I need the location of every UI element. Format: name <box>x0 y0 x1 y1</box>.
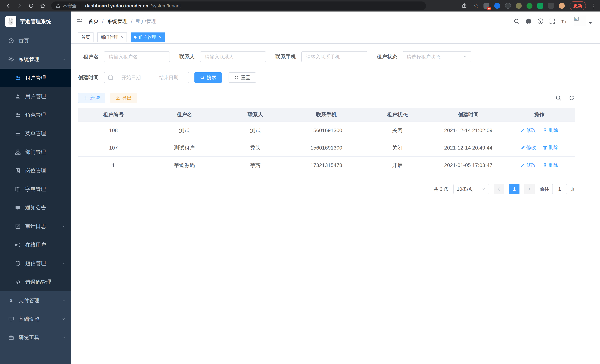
sidebar-item-dev-tools[interactable]: 研发工具 <box>0 328 71 347</box>
contact-input[interactable] <box>200 51 266 62</box>
payment-yen-icon: ¥ <box>8 298 14 303</box>
sidebar-item-menu-management[interactable]: 菜单管理 <box>0 124 71 143</box>
address-bar[interactable]: 不安全 dashboard.yudao.iocoder.cn/system/te… <box>51 1 426 10</box>
table-row: 108 测试 测试 15601691300 关闭 2021-12-14 21:0… <box>78 122 575 139</box>
url-domain: dashboard.yudao.iocoder.cn <box>85 3 148 9</box>
cell-actions: 修改 删除 <box>504 122 575 139</box>
close-icon[interactable]: × <box>121 35 123 39</box>
date-range-picker[interactable]: 开始日期 - 结束日期 <box>104 72 189 83</box>
prev-page-button[interactable] <box>494 184 504 194</box>
extension-badge: 10 <box>487 7 491 10</box>
tab-tenant-management[interactable]: 租户管理 × <box>131 32 165 42</box>
github-icon[interactable] <box>525 18 532 25</box>
col-phone: 联系手机 <box>291 108 362 122</box>
goto-page-input[interactable] <box>552 184 567 194</box>
tenant-table: 租户编号 租户名 联系人 联系手机 租户状态 创建时间 操作 108 测试 测试 <box>78 108 575 174</box>
edit-link[interactable]: 修改 <box>520 127 536 133</box>
next-page-button[interactable] <box>524 184 535 194</box>
cell-actions: 修改 删除 <box>504 139 575 157</box>
help-icon[interactable] <box>537 18 544 25</box>
app-logo <box>5 16 16 27</box>
extension-icon[interactable] <box>505 3 511 9</box>
col-contact: 联系人 <box>220 108 291 122</box>
table-row: 1 芋道源码 芋艿 17321315478 开启 2021-01-05 17:0… <box>78 157 575 174</box>
delete-link[interactable]: 删除 <box>543 162 558 168</box>
export-button[interactable]: 导出 <box>110 93 137 103</box>
extension-icon[interactable] <box>537 3 543 9</box>
tenant-name-input[interactable] <box>104 51 170 62</box>
search-icon[interactable] <box>514 18 520 25</box>
sidebar-item-dict-management[interactable]: 字典管理 <box>0 180 71 198</box>
sidebar-item-tenant-management[interactable]: 租户管理 <box>0 69 71 87</box>
close-icon[interactable]: × <box>159 35 161 39</box>
sidebar-item-online-users[interactable]: 在线用户 <box>0 236 71 254</box>
user-icon <box>15 94 21 99</box>
search-button[interactable]: 搜索 <box>194 72 222 83</box>
sidebar-item-dept-management[interactable]: 部门管理 <box>0 143 71 161</box>
breadcrumb-system[interactable]: 系统管理 <box>107 18 128 25</box>
sidebar-item-error-code-management[interactable]: 错误码管理 <box>0 273 71 291</box>
show-search-icon[interactable] <box>555 95 562 101</box>
sidebar-item-audit-log[interactable]: 审计日志 <box>0 217 71 236</box>
fullscreen-icon[interactable] <box>549 18 555 25</box>
phone-input[interactable] <box>301 51 367 62</box>
tags-view: 首页 部门管理 × 租户管理 × <box>71 31 600 44</box>
page-size-select[interactable]: 10条/页 <box>453 184 489 194</box>
cell-id: 107 <box>78 139 149 157</box>
app-logo-row[interactable]: 芋道管理系统 <box>0 11 71 32</box>
reset-button[interactable]: 重置 <box>229 72 256 83</box>
cell-name: 测试租户 <box>149 139 220 157</box>
sms-shield-icon <box>15 261 21 266</box>
sidebar-item-system-management[interactable]: 系统管理 <box>0 50 71 69</box>
sidebar-item-post-management[interactable]: 岗位管理 <box>0 161 71 180</box>
tab-home[interactable]: 首页 <box>78 32 94 42</box>
delete-link[interactable]: 删除 <box>543 127 558 133</box>
edit-link[interactable]: 修改 <box>520 162 536 168</box>
hamburger-icon[interactable] <box>76 18 83 25</box>
chevron-down-icon <box>482 187 486 191</box>
cell-phone: 15601691300 <box>291 139 362 157</box>
sidebar-item-payment-management[interactable]: ¥ 支付管理 <box>0 291 71 310</box>
cell-status: 开启 <box>362 157 433 174</box>
sidebar-item-sms-management[interactable]: 短信管理 <box>0 254 71 273</box>
chevron-down-icon <box>62 317 66 321</box>
cell-status: 关闭 <box>362 122 433 139</box>
sidebar-item-notice[interactable]: 通知公告 <box>0 198 71 217</box>
sidebar-item-role-management[interactable]: 角色管理 <box>0 106 71 124</box>
active-tab-dot <box>134 36 137 38</box>
extension-icon[interactable] <box>548 3 554 9</box>
chevron-up-icon <box>62 57 66 61</box>
update-button[interactable]: 更新 <box>570 1 586 10</box>
delete-link[interactable]: 删除 <box>543 144 558 151</box>
chevron-down-icon <box>62 224 66 228</box>
home-icon[interactable] <box>38 1 47 10</box>
extension-icon[interactable]: 10 <box>484 3 489 9</box>
extension-icon[interactable] <box>526 3 533 9</box>
sidebar: 芋道管理系统 首页 系统管理 租户管理 <box>0 11 71 364</box>
sidebar-item-home[interactable]: 首页 <box>0 32 71 50</box>
font-size-icon[interactable]: TT <box>561 18 567 25</box>
tab-dept-management[interactable]: 部门管理 × <box>97 32 127 42</box>
edit-link[interactable]: 修改 <box>520 144 536 151</box>
breadcrumb-home[interactable]: 首页 <box>88 18 99 25</box>
back-icon[interactable] <box>4 1 13 10</box>
extension-icon[interactable] <box>494 3 500 9</box>
user-menu[interactable] <box>573 16 592 27</box>
phone-label: 联系手机 <box>275 53 296 60</box>
sidebar-item-infrastructure[interactable]: 基础设施 <box>0 310 71 328</box>
refresh-icon[interactable] <box>569 95 575 101</box>
col-tenant-id: 租户编号 <box>78 108 149 122</box>
bookmark-star-icon[interactable]: ☆ <box>474 3 479 9</box>
gear-icon <box>8 56 14 62</box>
start-date-placeholder: 开始日期 <box>115 75 148 81</box>
sidebar-item-user-management[interactable]: 用户管理 <box>0 87 71 106</box>
page-number-current[interactable]: 1 <box>509 184 519 194</box>
browser-menu-icon[interactable]: ⋮ <box>591 3 596 9</box>
extension-icon[interactable] <box>516 3 522 9</box>
status-select[interactable]: 请选择租户状态 <box>403 51 471 62</box>
add-button[interactable]: 新增 <box>78 93 105 103</box>
tenant-name-label: 租户名 <box>78 53 99 60</box>
profile-avatar[interactable] <box>559 3 565 9</box>
reload-icon[interactable] <box>27 1 36 10</box>
share-icon[interactable] <box>460 1 469 10</box>
